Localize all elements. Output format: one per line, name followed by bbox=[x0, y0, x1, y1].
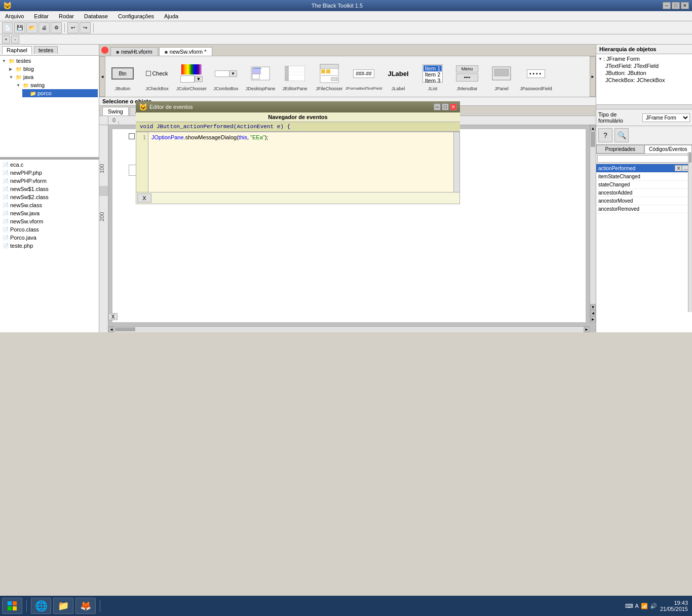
prop-actionperformed[interactable]: actionPerformed X ... bbox=[596, 164, 692, 173]
undo-btn[interactable]: ↩ bbox=[67, 22, 79, 33]
file-newphp-php[interactable]: 📄 newPHP.php bbox=[1, 169, 98, 177]
palette-jmenubar[interactable]: Menu •••• JMenuBar bbox=[450, 56, 484, 97]
tab-swing[interactable]: Swing bbox=[102, 107, 129, 115]
left-panel: Raphael testes ▼ 📁 testes ▶ 📁 blog ▼ 📁 j… bbox=[0, 45, 99, 332]
vscroll-extra1[interactable]: ◄ bbox=[590, 310, 596, 316]
save-btn[interactable]: 💾 bbox=[14, 22, 25, 33]
print-btn[interactable]: 🖨 bbox=[39, 22, 50, 33]
event-x-button[interactable]: X bbox=[137, 194, 151, 203]
palette-jfilechooser[interactable]: JFileChooser bbox=[312, 56, 347, 97]
code-vscroll[interactable] bbox=[453, 132, 459, 192]
vscroll-thumb[interactable] bbox=[591, 132, 595, 147]
prop-ancestoradded[interactable]: ancestorAdded bbox=[596, 189, 692, 197]
tab-propriedades[interactable]: Propriedades bbox=[596, 145, 644, 153]
form-type-select[interactable]: JFrame Form JDialog JPanel bbox=[642, 113, 690, 122]
icon5-btn[interactable]: ⚙ bbox=[51, 22, 62, 33]
tab-testes[interactable]: testes bbox=[34, 46, 58, 54]
palette-jeditorpane[interactable]: JEditorPane bbox=[278, 56, 312, 97]
tb2-btn2[interactable]: - bbox=[11, 35, 19, 44]
event-dialog-minimize[interactable]: ─ bbox=[434, 103, 441, 110]
tab-codigos[interactable]: Códigos/Eventos bbox=[644, 145, 693, 153]
prop-name-ancestoradded: ancestorAdded bbox=[598, 190, 690, 196]
canvas-hscroll[interactable]: ◄ ► bbox=[108, 326, 590, 332]
prop-ancestormoved[interactable]: ancestorMoved bbox=[596, 197, 692, 205]
jlabel-label: JLabel bbox=[392, 86, 405, 91]
palette-jpanel[interactable]: JPanel bbox=[484, 56, 519, 97]
hier-jcheckbox[interactable]: JCheckBox: JCheckBox bbox=[604, 76, 691, 84]
canvas-x-btn[interactable]: X bbox=[108, 313, 118, 320]
prop-ancestorremoved[interactable]: ancestorRemoved bbox=[596, 205, 692, 213]
canvas-vscroll[interactable]: ▲ ▼ ◄ ► bbox=[590, 125, 596, 322]
checkbox-box bbox=[146, 71, 151, 76]
palette-jdesktoppane[interactable]: JDesktopPane bbox=[243, 56, 278, 97]
close-btn[interactable]: ✕ bbox=[681, 2, 689, 9]
hier-jtextfield[interactable]: JTextField: JTextField bbox=[604, 62, 691, 69]
palette-jformattedtextfield[interactable]: ###-## JFormattedTextField bbox=[347, 56, 381, 97]
redo-btn[interactable]: ↪ bbox=[80, 22, 91, 33]
code-content[interactable]: JOptionPane.showMessageDialog(this, "EEa… bbox=[148, 132, 453, 192]
hscroll-right[interactable]: ► bbox=[584, 327, 590, 332]
help-icon-btn[interactable]: ? bbox=[598, 128, 612, 142]
tree-porco[interactable]: 📁 porco bbox=[22, 89, 98, 97]
hier-jframe[interactable]: ▼ : JFrame Form bbox=[597, 55, 691, 62]
file-newsw1[interactable]: 📄 newSw$1.class bbox=[1, 185, 98, 193]
hscroll-left[interactable]: ◄ bbox=[108, 327, 114, 332]
prop-itemstatechanged[interactable]: itemStateChanged bbox=[596, 173, 692, 181]
tb2-btn1[interactable]: + bbox=[2, 35, 10, 44]
palette-jcheckbox[interactable]: Check JCheckBox bbox=[140, 56, 174, 97]
tree-swing[interactable]: ▼ 📁 swing bbox=[15, 81, 98, 89]
file-newsw-java[interactable]: 📄 newSw.java bbox=[1, 209, 98, 217]
event-dialog-restore[interactable]: □ bbox=[442, 103, 449, 110]
event-dialog-close[interactable]: ✕ bbox=[450, 103, 457, 110]
palette-jcombobox[interactable]: ▼ JComboBox bbox=[209, 56, 243, 97]
file-newsw2[interactable]: 📄 newSw$2.class bbox=[1, 193, 98, 201]
menu-database[interactable]: Database bbox=[81, 12, 111, 20]
palette-jlist[interactable]: Item 1 Item 2 Item 3 JList bbox=[415, 56, 450, 97]
menu-ajuda[interactable]: Ajuda bbox=[161, 12, 181, 20]
file-tree-area[interactable]: ▼ 📁 testes ▶ 📁 blog ▼ 📁 java ▼ 📁 swing bbox=[0, 56, 99, 157]
folder-icon-java: 📁 bbox=[15, 73, 22, 81]
tab-raphael[interactable]: Raphael bbox=[2, 46, 32, 54]
vscroll-up[interactable]: ▲ bbox=[590, 125, 596, 131]
file-newphp-vform[interactable]: 📄 newPHP.vform bbox=[1, 177, 98, 185]
tree-java[interactable]: ▼ 📁 java bbox=[8, 73, 98, 81]
menu-rodar[interactable]: Rodar bbox=[56, 12, 77, 20]
hscroll-thumb[interactable] bbox=[115, 327, 135, 331]
menu-configuracoes[interactable]: Configurações bbox=[115, 12, 157, 20]
checkbox-visual bbox=[129, 133, 135, 139]
tree-testes[interactable]: ▼ 📁 testes bbox=[1, 57, 98, 65]
palette-prev[interactable]: ◄ bbox=[99, 56, 105, 97]
palette-jpasswordfield[interactable]: •••• JPasswordField bbox=[519, 56, 553, 97]
tab-newsw[interactable]: ■ newSw.vform * bbox=[159, 47, 212, 56]
menu-arquivo[interactable]: Arquivo bbox=[2, 12, 27, 20]
right-vscroll[interactable] bbox=[688, 152, 692, 312]
vscroll-down[interactable]: ▼ bbox=[590, 304, 596, 310]
open-btn[interactable]: 📂 bbox=[26, 22, 37, 33]
palette-jlabel[interactable]: JLabel JLabel bbox=[381, 56, 415, 97]
palette-jcolorchoser[interactable]: ▼ JColorChooser bbox=[174, 56, 209, 97]
file-teste-php[interactable]: 📄 teste.php bbox=[1, 242, 98, 250]
jcolorchoser-label: JColorChooser bbox=[176, 86, 207, 91]
file-newsw-vform[interactable]: 📄 newSw.vform bbox=[1, 217, 98, 225]
prop-statechanged[interactable]: stateChanged bbox=[596, 181, 692, 189]
palette-jbutton[interactable]: Btn JButton bbox=[105, 56, 140, 97]
right-vscroll-thumb[interactable] bbox=[689, 152, 691, 163]
jfilechooser-label: JFileChooser bbox=[316, 86, 342, 91]
props-search-input[interactable] bbox=[597, 155, 691, 163]
new-btn[interactable]: 📄 bbox=[2, 22, 13, 33]
tab-newht[interactable]: ■ newHt.vform bbox=[110, 47, 158, 56]
hier-jbutton[interactable]: JButton: JButton bbox=[604, 69, 691, 76]
minimize-btn[interactable]: ─ bbox=[663, 2, 671, 9]
palette-next[interactable]: ► bbox=[590, 56, 596, 97]
tree-blog[interactable]: ▶ 📁 blog bbox=[8, 65, 98, 73]
file-eca[interactable]: 📄 eca.c bbox=[1, 161, 98, 169]
file-porco-java[interactable]: 📄 Porco.java bbox=[1, 234, 98, 242]
file-newsw-class[interactable]: 📄 newSw.class bbox=[1, 201, 98, 209]
restore-btn[interactable]: □ bbox=[672, 2, 680, 9]
zoom-icon-btn[interactable]: 🔍 bbox=[614, 128, 629, 142]
prop-x-btn-actionperformed[interactable]: X bbox=[675, 165, 682, 171]
vscroll-extra2[interactable]: ► bbox=[590, 316, 596, 322]
file-porco-class[interactable]: 📄 Porco.class bbox=[1, 225, 98, 234]
hier-hscroll[interactable] bbox=[596, 105, 692, 109]
menu-editar[interactable]: Editar bbox=[31, 12, 52, 20]
